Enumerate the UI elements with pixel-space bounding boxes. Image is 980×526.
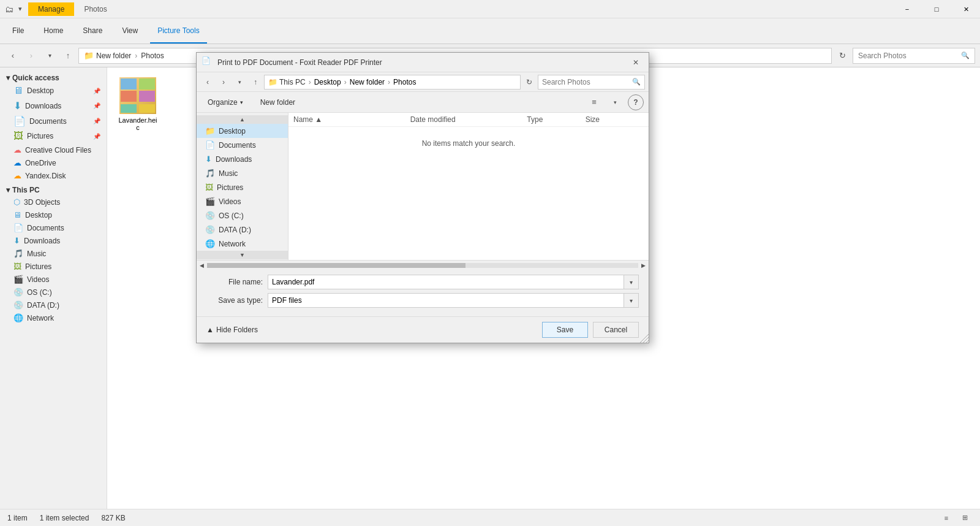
tab-manage[interactable]: Manage [28, 2, 74, 16]
dialog-view-dropdown-btn[interactable]: ▾ [607, 94, 623, 110]
dialog-sidebar-item-osc[interactable]: 💿 OS (C:) [197, 208, 288, 223]
sidebar-item-pictures-pc[interactable]: 🖼 Pictures [0, 260, 107, 273]
dialog-sidebar-scroll-down[interactable]: ▼ [197, 251, 288, 259]
sidebar-item-creative-cloud[interactable]: ☁ Creative Cloud Files [0, 143, 107, 156]
filename-dropdown-button[interactable]: ▾ [624, 275, 639, 289]
new-folder-button[interactable]: New folder [254, 94, 301, 110]
hscroll-track[interactable] [207, 263, 638, 268]
search-input[interactable] [858, 51, 959, 60]
dialog-search-input[interactable] [542, 78, 630, 86]
folder-icon-addr: 📁 [84, 51, 94, 60]
sidebar-item-desktop-pc[interactable]: 🖥 Desktop [0, 208, 107, 221]
grid-view-btn[interactable]: ⊞ [957, 510, 973, 526]
dialog-hscroll[interactable]: ◀ ▶ [197, 260, 649, 270]
title-bar-left: 🗂 ▾ [5, 4, 22, 14]
dialog-resize-handle[interactable] [640, 334, 649, 343]
dialog-dl-icon: ⬇ [205, 154, 212, 164]
close-button[interactable]: ✕ [952, 0, 980, 18]
file-item-lavander[interactable]: Lavander.heic [113, 74, 162, 135]
dialog-sidebar-item-datad[interactable]: 💿 DATA (D:) [197, 223, 288, 237]
saveas-input[interactable] [268, 293, 624, 308]
status-bar: 1 item 1 item selected 827 KB ≡ ⊞ [0, 509, 980, 526]
dialog-sidebar-item-music[interactable]: 🎵 Music [197, 166, 288, 180]
dialog-sidebar-item-pictures[interactable]: 🖼 Pictures [197, 180, 288, 194]
dialog-vids-icon: 🎬 [205, 197, 215, 206]
dialog-crumb-desktop: Desktop [314, 78, 341, 86]
dialog-footer: ▲ Hide Folders Save Cancel [197, 316, 649, 343]
dialog-nav-bar: ‹ › ▾ ↑ 📁 This PC › Desktop › New folder… [197, 72, 649, 92]
dialog-address-bar[interactable]: 📁 This PC › Desktop › New folder › Photo… [264, 75, 521, 90]
this-pc-label: This PC [12, 186, 40, 194]
saveas-row: Save as type: ▾ [206, 293, 639, 308]
sidebar-item-datad[interactable]: 💿 DATA (D:) [0, 299, 107, 311]
tab-photos[interactable]: Photos [74, 2, 116, 16]
sidebar-item-desktop-qa[interactable]: 🖥 Desktop 📌 [0, 83, 107, 98]
sidebar-label: Desktop [25, 211, 52, 219]
hide-folders-button[interactable]: ▲ Hide Folders [206, 326, 258, 334]
cancel-button[interactable]: Cancel [593, 322, 639, 338]
dialog-sidebar-item-videos[interactable]: 🎬 Videos [197, 194, 288, 208]
ribbon-tab-share[interactable]: Share [75, 18, 110, 44]
organize-label: Organize [208, 98, 238, 107]
sidebar-item-downloads-pc[interactable]: ⬇ Downloads [0, 234, 107, 247]
sidebar-item-osc[interactable]: 💿 OS (C:) [0, 286, 107, 299]
sidebar-item-documents-pc[interactable]: 📄 Documents [0, 221, 107, 234]
filename-input[interactable] [268, 275, 624, 289]
dialog-back-button[interactable]: ‹ [200, 75, 215, 90]
dialog-title-text: Print to PDF Document - Foxit Reader PDF… [217, 58, 628, 67]
dialog-sidebar-scroll-up[interactable]: ▲ [197, 115, 288, 124]
sidebar-item-downloads-qa[interactable]: ⬇ Downloads 📌 [0, 98, 107, 113]
title-bar-controls: − □ ✕ [893, 0, 980, 18]
dialog-sidebar-label: DATA (D:) [219, 226, 251, 234]
up-button[interactable]: ↑ [60, 48, 76, 64]
forward-button[interactable]: › [23, 48, 39, 64]
sidebar-item-pictures-qa[interactable]: 🖼 Pictures 📌 [0, 129, 107, 143]
sidebar-item-network[interactable]: 🌐 Network [0, 311, 107, 324]
dialog-recent-button[interactable]: ▾ [232, 75, 247, 90]
sidebar-item-documents-qa[interactable]: 📄 Documents 📌 [0, 113, 107, 129]
recent-locations-button[interactable]: ▾ [42, 48, 58, 64]
sidebar-item-onedrive[interactable]: ☁ OneDrive [0, 156, 107, 169]
dialog-sidebar-label: Music [219, 169, 238, 178]
back-button[interactable]: ‹ [5, 48, 21, 64]
dialog-search-bar[interactable]: 🔍 [538, 75, 645, 90]
sidebar-item-music[interactable]: 🎵 Music [0, 247, 107, 260]
sidebar-item-3dobjects[interactable]: ⬡ 3D Objects [0, 196, 107, 208]
dialog-help-button[interactable]: ? [628, 94, 644, 110]
hscroll-right-arrow[interactable]: ▶ [639, 262, 647, 269]
dialog-up-button[interactable]: ↑ [248, 75, 263, 90]
dialog-sidebar-item-downloads[interactable]: ⬇ Downloads [197, 152, 288, 166]
dialog-view-detail-btn[interactable]: ≡ [586, 94, 602, 110]
saveas-dropdown-button[interactable]: ▾ [624, 293, 639, 308]
minimize-button[interactable]: − [893, 0, 921, 18]
address-crumb-folder: New folder [96, 51, 131, 60]
hide-folders-label: Hide Folders [216, 326, 258, 334]
ribbon-tab-home[interactable]: Home [36, 18, 70, 44]
dialog-close-button[interactable]: ✕ [628, 56, 644, 69]
saveas-input-wrapper: ▾ [268, 293, 639, 308]
organize-button[interactable]: Organize ▾ [202, 94, 249, 110]
ribbon-tab-picturetools[interactable]: Picture Tools [150, 18, 206, 44]
dialog-refresh-button[interactable]: ↻ [522, 75, 537, 90]
dialog-forward-button[interactable]: › [216, 75, 231, 90]
hscroll-left-arrow[interactable]: ◀ [198, 262, 206, 269]
this-pc-header[interactable]: ▾ This PC [0, 182, 107, 196]
refresh-button[interactable]: ↻ [834, 48, 850, 64]
dialog-sidebar-item-desktop[interactable]: 📁 Desktop [197, 124, 288, 138]
3d-icon: ⬡ [13, 197, 20, 207]
new-folder-label: New folder [260, 98, 295, 107]
detail-view-btn[interactable]: ≡ [938, 510, 954, 526]
maximize-button[interactable]: □ [922, 0, 951, 18]
save-button[interactable]: Save [542, 322, 588, 338]
dialog-docs-icon: 📄 [205, 140, 215, 150]
hscroll-thumb[interactable] [207, 263, 466, 268]
quick-access-header[interactable]: ▾ Quick access [0, 70, 107, 83]
search-bar[interactable]: 🔍 [853, 48, 975, 64]
sidebar-label: Downloads [25, 102, 61, 110]
dialog-sidebar-item-network[interactable]: 🌐 Network [197, 237, 288, 251]
sidebar-item-videos[interactable]: 🎬 Videos [0, 273, 107, 286]
ribbon-tab-file[interactable]: File [5, 18, 31, 44]
sidebar-item-yandexdisk[interactable]: ☁ Yandex.Disk [0, 169, 107, 182]
dialog-sidebar-item-documents[interactable]: 📄 Documents [197, 138, 288, 152]
ribbon-tab-view[interactable]: View [115, 18, 145, 44]
